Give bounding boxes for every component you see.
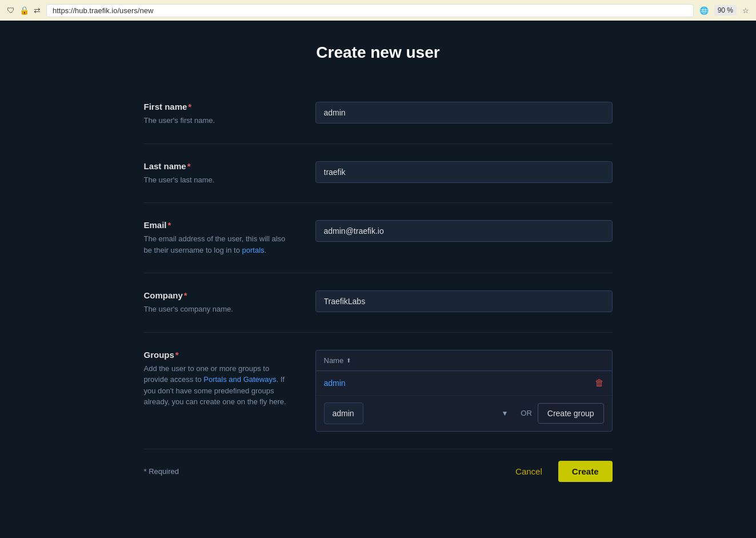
required-star-5: * [175,350,179,360]
groups-input-section: Name ⬆ admin 🗑 admin ▼ [315,350,613,432]
first-name-input-section [315,102,613,123]
last-name-label: Last name* [144,161,293,171]
group-select-wrapper: admin ▼ [324,402,515,424]
delete-group-icon[interactable]: 🗑 [595,378,604,388]
company-label-section: Company* The user's company name. [144,290,293,315]
footer-actions: Cancel Create [506,461,612,482]
last-name-label-section: Last name* The user's last name. [144,161,293,186]
email-label-section: Email* The email address of the user, th… [144,220,293,256]
email-row: Email* The email address of the user, th… [144,203,613,273]
shield-icon: 🛡 [7,6,15,15]
company-input[interactable] [315,290,613,312]
table-row: admin 🗑 [316,371,612,396]
browser-controls: 🌐 90 % ☆ [699,5,749,15]
email-label: Email* [144,220,293,230]
name-column-header: Name [324,356,344,365]
url-bar[interactable] [46,4,694,17]
required-star-4: * [184,290,187,300]
browser-chrome: 🛡 🔒 ⇄ 🌐 90 % ☆ [0,0,756,21]
portals-gateways-link[interactable]: Portals and Gateways [203,375,276,384]
page-content: Create new user First name* The user's f… [0,21,756,528]
email-input[interactable] [315,220,613,242]
create-button[interactable]: Create [558,461,613,482]
first-name-input[interactable] [315,102,613,123]
required-star: * [188,102,191,111]
groups-label: Groups* [144,350,293,360]
sort-icon[interactable]: ⬆ [346,357,351,364]
email-description: The email address of the user, this will… [144,233,293,256]
translate-icon[interactable]: 🌐 [699,6,709,15]
browser-security-icons: 🛡 🔒 ⇄ [7,6,41,15]
group-name-link[interactable]: admin [324,378,346,388]
zoom-level[interactable]: 90 % [714,5,737,15]
last-name-description: The user's last name. [144,174,293,186]
groups-bottom-bar: admin ▼ OR Create group [316,396,612,431]
email-input-section [315,220,613,242]
groups-table-header: Name ⬆ [316,350,612,371]
form-footer: * Required Cancel Create [144,449,613,493]
bookmark-icon[interactable]: ☆ [742,6,749,15]
portals-link[interactable]: portals [242,246,265,254]
last-name-row: Last name* The user's last name. [144,144,613,204]
cancel-button[interactable]: Cancel [506,462,551,481]
groups-description: Add the user to one or more groups to pr… [144,363,293,408]
required-star-2: * [187,161,191,171]
first-name-label: First name* [144,102,293,111]
lock-icon: 🔒 [19,6,29,15]
groups-table: Name ⬆ admin 🗑 admin ▼ [315,350,613,432]
or-separator: OR [521,409,532,417]
company-row: Company* The user's company name. [144,273,613,333]
first-name-row: First name* The user's first name. [144,85,613,144]
create-group-button[interactable]: Create group [538,403,604,424]
chevron-down-icon: ▼ [501,409,508,417]
last-name-input-section [315,161,613,183]
first-name-description: The user's first name. [144,115,293,126]
required-star-3: * [168,220,171,230]
page-title: Create new user [11,43,745,62]
group-select[interactable]: admin [324,402,363,424]
required-note: * Required [144,467,179,476]
groups-label-section: Groups* Add the user to one or more grou… [144,350,293,408]
create-user-form: First name* The user's first name. Last … [144,85,613,493]
company-description: The user's company name. [144,304,293,315]
company-input-section [315,290,613,312]
groups-row: Groups* Add the user to one or more grou… [144,333,613,449]
tracking-icon: ⇄ [34,6,41,15]
first-name-label-section: First name* The user's first name. [144,102,293,126]
company-label: Company* [144,290,293,300]
last-name-input[interactable] [315,161,613,183]
